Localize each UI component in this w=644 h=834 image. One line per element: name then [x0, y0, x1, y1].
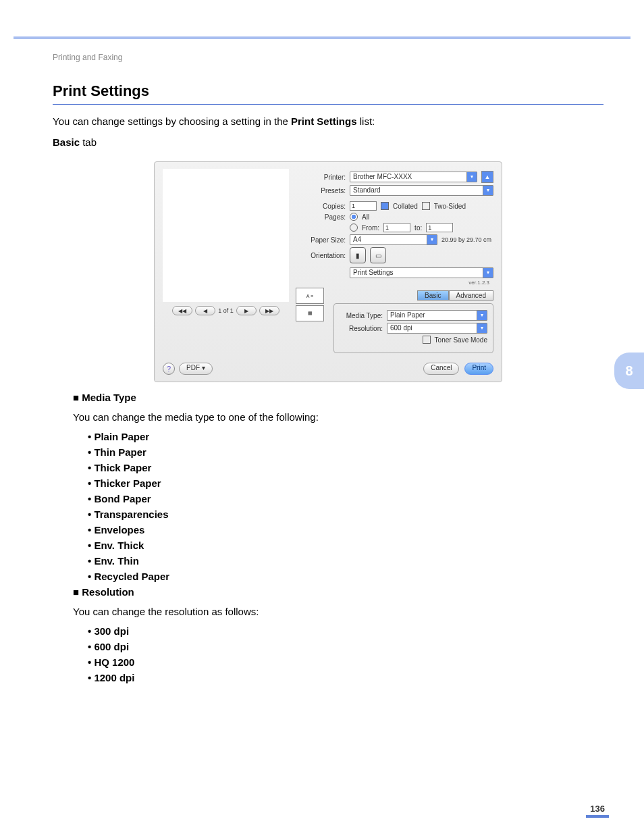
printer-label: Printer:	[296, 174, 346, 181]
media-type-desc: You can change the media type to one of …	[53, 410, 603, 424]
next-page-button[interactable]: ▶	[236, 306, 257, 315]
chapter-tab: 8	[614, 353, 644, 389]
pager: ◀◀ ◀ 1 of 1 ▶ ▶▶	[163, 306, 289, 315]
paper-dimensions: 20.99 by 29.70 cm	[441, 236, 491, 243]
list-item: Thin Paper	[88, 446, 603, 458]
copies-input[interactable]: 1	[350, 201, 377, 211]
prev-page-button[interactable]: ◀	[195, 306, 215, 315]
paper-size-label: Paper Size:	[296, 236, 346, 244]
presets-select[interactable]: Standard▾	[350, 185, 493, 196]
presets-label: Presets:	[296, 187, 346, 194]
list-item: Thicker Paper	[88, 477, 603, 489]
page-indicator: 1 of 1	[218, 307, 234, 314]
chevron-down-icon: ▾	[477, 311, 487, 320]
list-item: 300 dpi	[88, 625, 603, 637]
preview-pane	[163, 169, 289, 302]
pdf-menu-button[interactable]: PDF ▾	[179, 363, 213, 375]
pages-all-radio[interactable]	[350, 213, 358, 221]
to-label: to:	[414, 224, 422, 232]
print-button[interactable]: Print	[464, 363, 493, 375]
list-item: Recycled Paper	[88, 571, 603, 582]
tab-advanced[interactable]: Advanced	[449, 290, 493, 301]
two-sided-label: Two-Sided	[434, 203, 466, 210]
media-type-heading: Media Type	[73, 392, 603, 403]
list-item: 1200 dpi	[88, 672, 603, 683]
sample-thumbs: A ≡ ▦	[296, 288, 324, 353]
printer-select[interactable]: Brother MFC-XXXX▾	[350, 172, 477, 182]
list-item: Envelopes	[88, 524, 603, 536]
print-dialog-screenshot: ◀◀ ◀ 1 of 1 ▶ ▶▶ Printer: Brother MFC-XX…	[154, 161, 502, 382]
help-button[interactable]: ?	[163, 363, 175, 375]
to-input[interactable]: 1	[426, 223, 453, 232]
chevron-down-icon: ▾	[427, 235, 437, 244]
resolution-label: Resolution:	[340, 325, 383, 332]
toner-save-label: Toner Save Mode	[435, 336, 487, 344]
from-label: From:	[362, 224, 379, 232]
list-item: Env. Thick	[88, 540, 603, 551]
resolution-list: 300 dpi600 dpiHQ 12001200 dpi	[53, 625, 603, 683]
paper-size-select[interactable]: A4▾	[350, 234, 437, 245]
chapter-number: 8	[625, 363, 633, 379]
toner-save-checkbox[interactable]	[423, 336, 431, 344]
list-item: Transparencies	[88, 509, 603, 520]
list-item: Bond Paper	[88, 493, 603, 504]
resolution-select[interactable]: 600 dpi▾	[387, 323, 487, 334]
basic-tab-label: Basic tab	[53, 135, 603, 149]
chevron-down-icon: ▾	[483, 268, 493, 278]
resolution-desc: You can change the resolution as follows…	[53, 604, 603, 619]
version-label: ver.1.2.3	[468, 280, 489, 286]
breadcrumb: Printing and Faxing	[53, 53, 603, 62]
media-type-label: Media Type:	[340, 312, 383, 319]
two-sided-checkbox[interactable]	[422, 202, 430, 210]
page-number: 136	[586, 804, 609, 818]
cancel-button[interactable]: Cancel	[423, 363, 459, 375]
chevron-down-icon: ▾	[477, 323, 487, 333]
media-type-select[interactable]: Plain Paper▾	[387, 310, 487, 321]
copies-label: Copies:	[296, 203, 346, 210]
orientation-portrait-button[interactable]: ▮	[350, 247, 366, 263]
intro-text: You can change settings by choosing a se…	[53, 114, 603, 128]
orientation-landscape-button[interactable]: ▭	[370, 247, 386, 263]
expand-button[interactable]: ▲	[481, 171, 493, 183]
list-item: Plain Paper	[88, 431, 603, 442]
settings-section-select[interactable]: Print Settings▾	[350, 267, 493, 278]
pages-all-label: All	[362, 213, 369, 221]
list-item: Thick Paper	[88, 462, 603, 473]
page-title: Print Settings	[53, 82, 603, 105]
last-page-button[interactable]: ▶▶	[259, 306, 279, 315]
list-item: HQ 1200	[88, 656, 603, 668]
orientation-label: Orientation:	[296, 252, 346, 259]
media-type-list: Plain PaperThin PaperThick PaperThicker …	[53, 431, 603, 582]
from-input[interactable]: 1	[383, 223, 410, 232]
collated-checkbox[interactable]	[381, 202, 389, 210]
first-page-button[interactable]: ◀◀	[172, 306, 192, 315]
pages-from-radio[interactable]	[350, 224, 358, 232]
collated-label: Collated	[393, 203, 418, 210]
resolution-heading: Resolution	[73, 586, 603, 598]
chevron-down-icon: ▾	[466, 172, 477, 182]
tab-basic[interactable]: Basic	[417, 290, 448, 301]
list-item: 600 dpi	[88, 641, 603, 652]
pages-label: Pages:	[296, 213, 346, 221]
chevron-down-icon: ▾	[483, 186, 493, 195]
list-item: Env. Thin	[88, 555, 603, 567]
